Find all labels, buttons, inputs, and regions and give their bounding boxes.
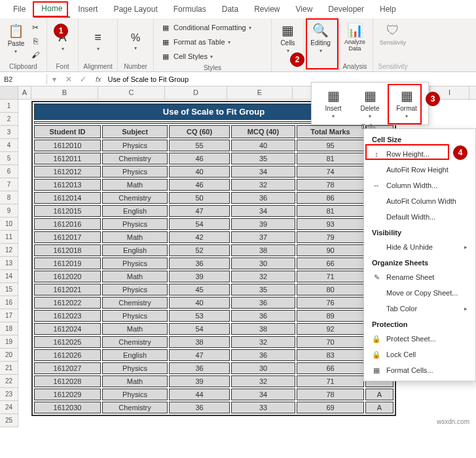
table-cell[interactable]: 47 [169, 349, 230, 361]
table-cell[interactable]: 1612020 [34, 271, 101, 282]
row-header[interactable]: 25 [0, 414, 18, 427]
col-header-C[interactable]: C [98, 86, 165, 99]
table-cell[interactable]: 50 [169, 192, 230, 204]
table-cell[interactable]: Physics [102, 284, 168, 296]
row-header[interactable]: 2 [0, 113, 18, 126]
table-cell[interactable]: 40 [169, 297, 230, 309]
table-cell[interactable]: English [102, 349, 168, 361]
table-cell[interactable]: 1612026 [34, 349, 101, 361]
tab-developer[interactable]: Developer [320, 1, 372, 17]
table-cell[interactable]: 44 [169, 389, 230, 400]
menu-rename-sheet[interactable]: ✎Rename Sheet [364, 269, 475, 285]
table-cell[interactable]: 46 [169, 153, 230, 164]
col-header-B[interactable]: B [31, 86, 98, 99]
row-header[interactable]: 11 [0, 231, 18, 244]
table-cell[interactable]: 86 [297, 192, 364, 204]
table-cell[interactable]: 1612019 [34, 258, 101, 269]
table-cell[interactable]: 78 [297, 389, 364, 400]
table-cell[interactable]: 36 [169, 362, 230, 374]
table-cell[interactable]: 32 [231, 375, 295, 387]
table-cell[interactable]: 1612022 [34, 297, 101, 309]
col-header-D[interactable]: D [165, 86, 227, 99]
name-box-dropdown[interactable]: ▾ [47, 75, 62, 84]
tab-data[interactable]: Data [214, 1, 246, 17]
tab-file[interactable]: File [5, 1, 33, 17]
tab-view[interactable]: View [288, 1, 321, 17]
table-cell[interactable]: 1612028 [34, 375, 101, 387]
paste-button[interactable]: 📋 Paste ▾ [5, 22, 27, 56]
table-cell[interactable]: 32 [231, 179, 295, 191]
table-cell[interactable]: 40 [169, 166, 230, 178]
col-header-A[interactable]: A [18, 86, 31, 99]
table-cell[interactable]: 39 [231, 218, 295, 230]
table-cell[interactable]: 42 [169, 231, 230, 243]
table-cell[interactable]: 1612014 [34, 192, 101, 204]
menu-hide-unhide[interactable]: Hide & Unhide [364, 239, 475, 255]
table-cell[interactable]: English [102, 244, 168, 256]
table-cell[interactable]: Math [102, 231, 168, 243]
table-cell[interactable]: 36 [231, 349, 295, 361]
table-cell[interactable]: 36 [231, 297, 295, 309]
table-cell[interactable]: 33 [231, 402, 295, 413]
table-cell[interactable]: Chemistry [102, 192, 168, 204]
menu-autofit-row[interactable]: AutoFit Row Height [364, 162, 475, 178]
table-cell[interactable]: Physics [102, 310, 168, 322]
table-cell[interactable]: 45 [169, 284, 230, 296]
table-cell[interactable]: 81 [297, 205, 364, 217]
table-cell[interactable]: 66 [297, 258, 364, 269]
row-header[interactable]: 4 [0, 139, 18, 152]
delete-button[interactable]: ▦ Delete ▾ [355, 86, 385, 121]
row-header[interactable]: 6 [0, 165, 18, 178]
table-cell[interactable]: 78 [297, 179, 364, 191]
menu-lock-cell[interactable]: 🔒Lock Cell [364, 347, 475, 362]
table-cell[interactable]: 54 [169, 218, 230, 230]
table-cell[interactable]: 83 [297, 349, 364, 361]
menu-default-width[interactable]: Default Width... [364, 209, 475, 225]
table-cell[interactable]: 39 [169, 271, 230, 282]
table-cell[interactable]: 34 [231, 205, 295, 217]
row-header[interactable]: 23 [0, 388, 18, 401]
alignment-icon[interactable]: ≡ [94, 31, 101, 45]
table-cell[interactable]: 95 [297, 140, 364, 151]
table-cell[interactable]: Chemistry [102, 402, 168, 413]
format-button[interactable]: ▦ Format ▾ [392, 86, 422, 121]
table-cell[interactable]: 76 [297, 297, 364, 309]
cells-button[interactable]: ▦ Cells ▾ [276, 21, 300, 55]
table-cell[interactable]: 1612025 [34, 336, 101, 348]
row-header[interactable]: 20 [0, 349, 18, 362]
table-cell[interactable]: 30 [231, 258, 295, 269]
table-cell[interactable]: 1612015 [34, 205, 101, 217]
row-header[interactable]: 15 [0, 283, 18, 296]
row-header[interactable]: 12 [0, 244, 18, 257]
cancel-formula-icon[interactable]: ✕ [62, 75, 76, 84]
table-cell[interactable]: 40 [231, 140, 295, 151]
insert-button[interactable]: ▦ Insert ▾ [318, 86, 348, 121]
row-header[interactable]: 10 [0, 218, 18, 231]
table-cell[interactable]: 54 [169, 323, 230, 335]
header-studentid[interactable]: Student ID [34, 125, 101, 138]
tab-formulas[interactable]: Formulas [166, 1, 214, 17]
table-cell[interactable]: English [102, 205, 168, 217]
row-header[interactable]: 1 [0, 100, 18, 113]
row-header[interactable]: 19 [0, 335, 18, 349]
table-cell[interactable]: 1612021 [34, 284, 101, 296]
table-cell[interactable]: 36 [169, 258, 230, 269]
tab-home[interactable]: Home [33, 1, 70, 18]
table-cell[interactable]: 32 [231, 336, 295, 348]
format-painter-button[interactable]: 🖌 [29, 49, 41, 61]
table-cell[interactable]: 70 [297, 336, 364, 348]
table-cell[interactable]: 55 [169, 140, 230, 151]
table-cell[interactable]: 69 [297, 402, 364, 413]
table-cell[interactable]: 30 [231, 362, 295, 374]
menu-column-width[interactable]: ↔Column Width... [364, 178, 475, 193]
table-cell[interactable]: 1612013 [34, 179, 101, 191]
table-cell[interactable]: 53 [169, 310, 230, 322]
table-cell[interactable]: 1612029 [34, 389, 101, 400]
table-cell[interactable]: 37 [231, 231, 295, 243]
conditional-formatting-button[interactable]: ▦Conditional Formatting ▾ [158, 21, 254, 34]
row-header[interactable]: 7 [0, 178, 18, 191]
fx-icon[interactable]: fx [90, 75, 107, 83]
tab-insert[interactable]: Insert [70, 1, 105, 17]
row-header[interactable]: 14 [0, 270, 18, 283]
cut-button[interactable]: ✂ [29, 22, 41, 33]
